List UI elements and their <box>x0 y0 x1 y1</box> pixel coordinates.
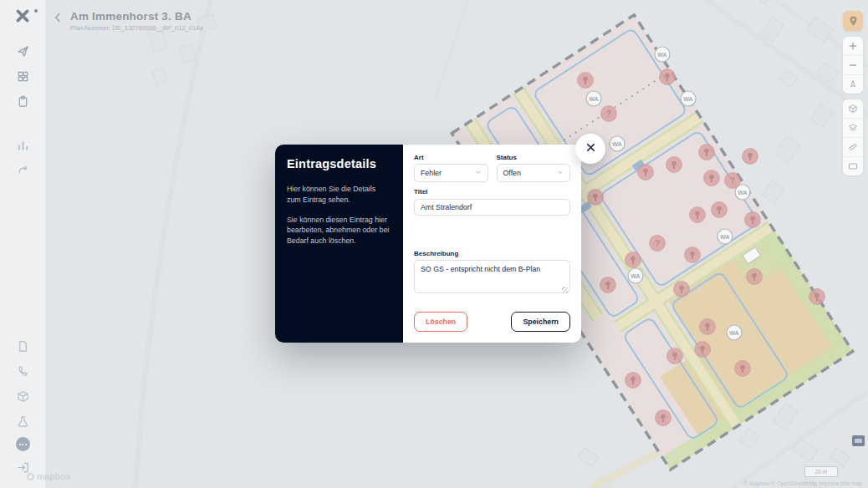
delete-button[interactable]: Löschen <box>414 312 467 332</box>
art-select[interactable]: Fehler <box>414 164 488 182</box>
save-button[interactable]: Speichern <box>511 312 570 332</box>
art-value: Fehler <box>421 169 442 177</box>
art-label: Art <box>414 154 488 161</box>
titel-input[interactable] <box>414 199 570 216</box>
chevron-down-icon <box>475 169 482 177</box>
app-root: { "header": { "title": "Am Immenhorst 3.… <box>0 0 868 488</box>
field-titel: Titel <box>414 188 570 244</box>
field-status: Status Offen <box>497 154 571 182</box>
modal-title: Eintragsdetails <box>287 157 391 170</box>
modal-form: Art Fehler Status Offen Titel <box>403 145 581 343</box>
close-icon <box>585 141 597 156</box>
beschreibung-label: Beschreibung <box>414 250 570 257</box>
modal-description-1: Hier können Sie die Details zum Eintrag … <box>287 184 391 206</box>
field-beschreibung: Beschreibung SO GS - entspricht nicht de… <box>414 250 570 306</box>
chevron-down-icon <box>557 169 564 177</box>
modal-description-2: Sie können diesen Eintrag hier bearbeite… <box>287 215 391 247</box>
beschreibung-textarea[interactable]: SO GS - entspricht nicht dem B-Plan <box>414 260 570 293</box>
modal-footer: Löschen Speichern <box>414 312 570 332</box>
status-select[interactable]: Offen <box>497 164 571 182</box>
modal-info-panel: Eintragsdetails Hier können Sie die Deta… <box>275 145 403 343</box>
entry-details-modal: Eintragsdetails Hier können Sie die Deta… <box>275 145 581 343</box>
status-value: Offen <box>503 169 521 177</box>
status-label: Status <box>497 154 571 161</box>
modal-close-button[interactable] <box>575 134 605 164</box>
titel-label: Titel <box>414 188 570 196</box>
field-art: Art Fehler <box>414 154 488 182</box>
